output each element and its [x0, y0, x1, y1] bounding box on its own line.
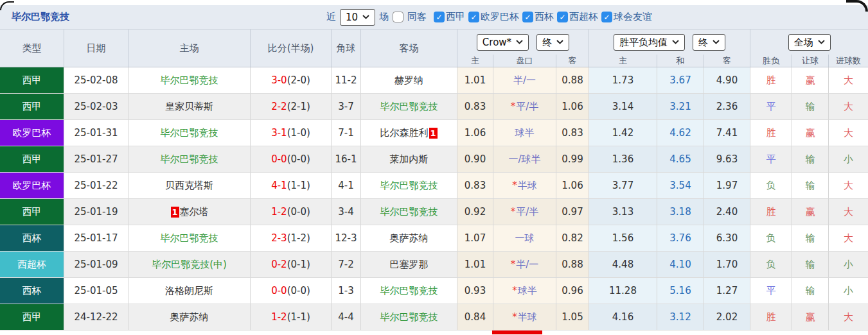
- avg-away-odds: 9.63: [704, 146, 750, 173]
- team-name: 毕尔巴鄂竞技: [380, 311, 438, 323]
- crow-away-odds: 1.06: [556, 173, 589, 199]
- crow-home-odds: 0.92: [457, 199, 493, 225]
- team-name: 毕尔巴鄂竞技: [380, 206, 438, 218]
- crow-away-odds: 0.96: [556, 278, 589, 304]
- subheader-handicap-result: 让球: [792, 55, 829, 67]
- handicap-result: 输: [792, 94, 829, 120]
- goals-result: 大: [829, 94, 868, 120]
- score-cell: 0-0(0-0): [251, 146, 332, 173]
- match-date: 25-01-05: [64, 278, 128, 304]
- avg-away-odds: 1.27: [704, 278, 750, 304]
- fulltime-score: 2-2: [271, 101, 287, 112]
- league-filter-group: 西甲欧罗巴杯西杯西超杯球会友谊: [430, 11, 652, 23]
- handicap-result: 输: [792, 173, 829, 199]
- subheader-outcome: 胜负: [750, 55, 792, 67]
- column-header-type: 类型: [0, 30, 64, 67]
- handicap-result-value: 输: [806, 259, 815, 271]
- league-checkbox[interactable]: [434, 12, 445, 22]
- team-name: 毕尔巴鄂竞技(中): [152, 259, 227, 271]
- outcome: 平: [750, 278, 792, 304]
- outcome: 胜: [750, 67, 792, 94]
- match-type-cell: 西杯: [0, 225, 64, 252]
- star-marker: *: [512, 285, 517, 296]
- halftime-score: (0-0): [287, 153, 310, 165]
- team-name: 毕尔巴鄂竞技: [161, 74, 218, 87]
- handicap-result: 输: [792, 225, 829, 252]
- away-team: 毕尔巴鄂竞技: [361, 278, 457, 304]
- handicap-cell: *半球: [493, 173, 556, 199]
- match-history-panel: 毕尔巴鄂竞技 近 10 场 同客 西甲欧罗巴杯西杯西超杯球会友谊 类型 日期 主…: [0, 0, 868, 335]
- same-away-label: 同客: [407, 11, 427, 23]
- handicap-cell: *半球: [493, 304, 556, 331]
- team-name: 毕尔巴鄂竞技: [380, 180, 438, 192]
- handicap-result-value: 赢: [806, 127, 815, 139]
- handicap-cell: *球半: [493, 278, 556, 304]
- match-date: 25-01-19: [64, 199, 128, 225]
- fulltime-score: 3-0: [271, 74, 287, 86]
- away-team: 毕尔巴鄂竞技: [361, 94, 457, 120]
- match-type-cell: 西甲: [0, 94, 64, 120]
- subheader-avg-home: 主: [589, 55, 657, 67]
- avg-time-select[interactable]: 终: [693, 34, 725, 51]
- odds-company-select[interactable]: Crow*: [477, 34, 529, 51]
- outcome: 胜: [750, 120, 792, 146]
- handicap-value: 半球: [518, 311, 537, 323]
- match-date: 25-01-27: [64, 146, 128, 173]
- star-marker: *: [511, 206, 516, 218]
- goals-result-value: 小: [844, 259, 853, 271]
- match-type-cell: 西杯: [0, 278, 64, 304]
- odds-company-group: Crow* 终: [457, 30, 589, 55]
- avg-home-odds: 3.13: [589, 199, 657, 225]
- match-type-cell: 欧罗巴杯: [0, 120, 64, 146]
- handicap-cell: *平/半: [493, 199, 556, 225]
- team-title: 毕尔巴鄂竞技: [12, 11, 69, 23]
- league-checkbox[interactable]: [522, 12, 533, 22]
- avg-home-odds: 1.42: [589, 120, 657, 146]
- crow-away-odds: 0.88: [556, 67, 589, 94]
- outcome-value: 胜: [766, 127, 776, 139]
- match-count-select[interactable]: 10: [340, 9, 375, 26]
- outcome: 平: [750, 94, 792, 120]
- avg-draw-odds: 3.54: [657, 173, 704, 199]
- avg-draw-value: 3.18: [669, 206, 691, 218]
- crow-away-odds: 0.82: [556, 225, 589, 252]
- handicap-cell: 一球: [493, 225, 556, 252]
- score-cell: 0-2(0-1): [251, 252, 332, 278]
- match-row: 西甲24-12-22奥萨苏纳1-2(1-1)4-4毕尔巴鄂竞技0.84*半球1.…: [0, 304, 868, 331]
- star-marker: *: [512, 180, 517, 191]
- league-checkbox[interactable]: [601, 12, 612, 22]
- outcome: 负: [750, 252, 792, 278]
- match-row: 西甲25-01-27毕尔巴鄂竞技0-0(0-0)16-1莱加内斯0.90一/球半…: [0, 146, 868, 173]
- handicap-cell: *半/一: [493, 252, 556, 278]
- away-team: 毕尔巴鄂竞技: [361, 199, 457, 225]
- team-name: 洛格朗尼斯: [165, 285, 213, 297]
- crow-home-odds: 0.84: [457, 304, 493, 331]
- home-team: 毕尔巴鄂竞技: [128, 146, 251, 173]
- avg-odds-select[interactable]: 胜平负均值: [614, 34, 685, 51]
- team-name: 奥萨苏纳: [170, 311, 209, 323]
- odds-time-select[interactable]: 终: [536, 34, 569, 51]
- away-team: 巴塞罗那: [361, 252, 457, 278]
- league-checkbox[interactable]: [557, 12, 568, 22]
- goals-result-value: 大: [844, 206, 853, 218]
- avg-draw-odds: 4.62: [657, 120, 704, 146]
- league-filter: 球会友谊: [601, 11, 652, 23]
- fulltime-score: 0-0: [271, 153, 287, 165]
- handicap-result: 赢: [792, 199, 829, 225]
- match-type-badge: 西甲: [0, 94, 64, 119]
- filter-controls: 近 10 场 同客 西甲欧罗巴杯西杯西超杯球会友谊: [326, 9, 856, 26]
- odds-company-value: Crow*: [483, 37, 511, 48]
- subheader-avg-away: 客: [704, 55, 750, 67]
- outcome-value: 胜: [766, 206, 776, 218]
- avg-odds-group: 胜平负均值 终: [589, 30, 750, 55]
- avg-draw-value: 4.65: [669, 153, 691, 165]
- goals-result: 大: [829, 67, 868, 94]
- window-top-strip: [0, 0, 868, 5]
- match-date: 25-01-17: [64, 225, 128, 252]
- same-away-checkbox[interactable]: [393, 12, 403, 22]
- halftime-score: (0-1): [287, 259, 310, 270]
- score-cell: 2-2(2-1): [251, 94, 332, 120]
- league-checkbox[interactable]: [468, 12, 479, 22]
- home-team: 奥萨苏纳: [128, 304, 251, 331]
- scope-select[interactable]: 全场: [788, 34, 831, 51]
